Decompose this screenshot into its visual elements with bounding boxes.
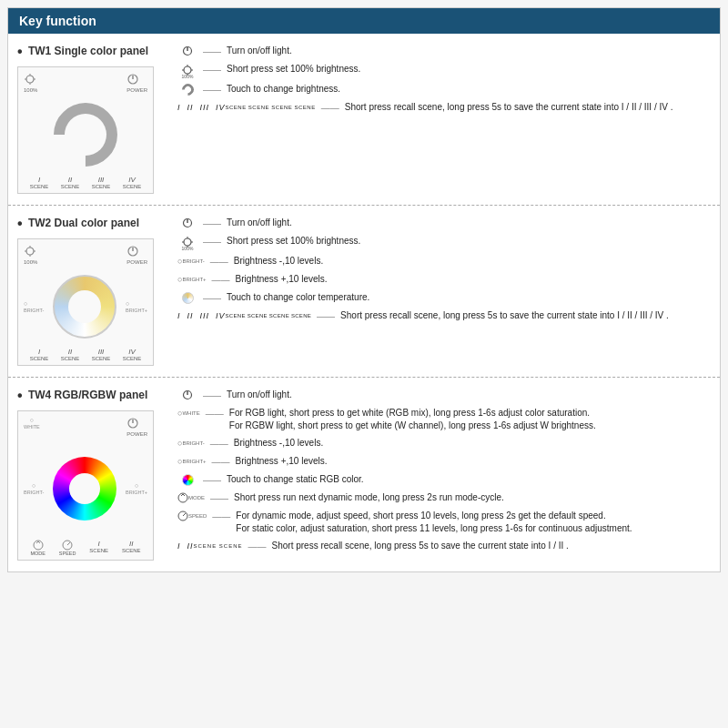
tw4-func5-icon <box>177 474 197 486</box>
tw2-title: • TW2 Dual color panel <box>17 217 163 231</box>
svg-point-9 <box>184 66 191 74</box>
tw2-panel: 100% POWER ○BRIGHT- ○BRIGHT+ <box>17 238 154 366</box>
tw2-scene-iii: IIISCENE <box>92 348 111 361</box>
tw4-scenes: MODE SPEED ISCENE IISCENE <box>24 540 147 556</box>
tw1-func3-icon <box>177 84 197 96</box>
tw4-panel: ○WHITE POWER ○BRIGHT- ○BRIGHT+ <box>17 410 154 561</box>
tw1-knob <box>41 89 131 179</box>
tw2-knob-inner <box>53 275 116 339</box>
tw1-func1-icon <box>177 46 197 56</box>
svg-text:100%: 100% <box>182 246 194 250</box>
tw1-brightness-icon: 100% <box>24 73 37 93</box>
tw2-func-6: I II III IVSCENE SCENE SCENE SCENE —— Sh… <box>177 309 711 323</box>
tw4-func7-dash: —— <box>212 511 230 523</box>
tw1-scenes: ISCENE IISCENE IIISCENE IVSCENE <box>24 176 147 189</box>
tw4-func1-dash: —— <box>203 389 221 402</box>
tw1-func4-text: Short press recall scene, long press 5s … <box>345 101 711 114</box>
tw2-func3-text: Brightness -,10 levels. <box>234 255 711 268</box>
section-tw4: • TW4 RGB/RGBW panel ○WHITE POWER ○BRIGH… <box>8 378 720 571</box>
svg-line-34 <box>67 542 70 545</box>
tw4-bullet: • <box>17 388 23 403</box>
tw2-func-2: 100% —— Short press set 100% brightness. <box>177 235 711 250</box>
tw4-scene-i: ISCENE <box>89 540 108 556</box>
tw1-scene-iv: IVSCENE <box>123 176 142 189</box>
tw4-func5-dash: —— <box>203 474 221 487</box>
tw2-functions: —— Turn on/off light. 100% —— Short pres… <box>177 217 711 323</box>
tw2-bright-minus: ○BRIGHT- <box>24 300 44 313</box>
tw4-panel-mid: ○BRIGHT- ○BRIGHT+ <box>24 457 147 521</box>
tw4-functions: —— Turn on/off light. ○WHITE —— For RGB … <box>177 389 711 553</box>
tw2-func-1: —— Turn on/off light. <box>177 217 711 230</box>
tw1-func2-dash: —— <box>203 64 221 76</box>
tw2-func5-text: Touch to change color temperature. <box>227 291 711 304</box>
tw1-func2-text: Short press set 100% brightness. <box>227 63 711 76</box>
tw4-func1-text: Turn on/off light. <box>227 389 711 401</box>
tw1-scene-i: ISCENE <box>30 176 49 189</box>
tw4-panel-top: ○WHITE POWER <box>24 417 147 437</box>
page-header: Key function <box>8 8 720 34</box>
tw4-func4-dash: —— <box>212 456 230 469</box>
tw1-power-icon: POWER <box>126 73 147 93</box>
tw1-panel-top: 100% POWER <box>24 73 147 93</box>
main-container: Key function • TW1 Single color panel 10… <box>7 7 721 572</box>
tw4-func6-dash: —— <box>210 492 228 505</box>
tw4-func7-text: For dynamic mode, adjust speed, short pr… <box>236 510 711 535</box>
tw4-func7-icon: SPEED <box>177 511 207 522</box>
tw4-func1-icon <box>177 389 197 400</box>
svg-text:100%: 100% <box>182 74 194 78</box>
tw2-func4-text: Brightness +,10 levels. <box>236 273 711 286</box>
tw2-panel-top: 100% POWER <box>24 245 147 265</box>
tw2-panel-mid: ○BRIGHT- ○BRIGHT+ <box>24 275 147 339</box>
svg-line-39 <box>183 513 186 516</box>
header-title: Key function <box>19 14 96 28</box>
tw4-func8-text: Short press recall scene, long press 5s … <box>272 540 711 552</box>
tw2-scene-iv: IVSCENE <box>123 348 142 361</box>
tw2-knob <box>53 275 116 339</box>
tw2-func6-text: Short press recall scene, long press 5s … <box>340 309 711 322</box>
tw1-title: • TW1 Single color panel <box>17 45 163 59</box>
tw2-func2-dash: —— <box>203 236 221 248</box>
tw4-func8-dash: —— <box>248 541 267 553</box>
tw4-func-8: I IISCENE SCENE —— Short press recall sc… <box>177 540 711 553</box>
tw4-mode-icon: MODE <box>30 540 46 556</box>
tw2-brightness-icon: 100% <box>24 245 37 265</box>
tw1-scene-iii: IIISCENE <box>92 176 111 189</box>
tw1-func-1: —— Turn on/off light. <box>177 45 711 58</box>
tw2-func5-dash: —— <box>203 292 221 305</box>
tw1-func4-icon: I II III IVSCENE SCENE SCENE SCENE <box>177 102 316 114</box>
tw4-left: • TW4 RGB/RGBW panel ○WHITE POWER ○BRIGH… <box>17 389 163 561</box>
tw2-func1-dash: —— <box>203 217 221 230</box>
tw4-knob-hole <box>69 473 100 504</box>
tw4-func3-text: Brightness -,10 levels. <box>234 437 711 450</box>
tw2-bullet: • <box>17 216 23 231</box>
tw2-func-3: ○BRIGHT- —— Brightness -,10 levels. <box>177 255 711 268</box>
tw1-func1-dash: —— <box>203 46 221 58</box>
svg-point-0 <box>26 76 34 83</box>
tw4-func-2: ○WHITE —— For RGB light, short press to … <box>177 407 711 432</box>
tw4-knob-inner <box>53 457 116 521</box>
tw2-func6-dash: —— <box>317 310 335 323</box>
tw4-func4-text: Brightness +,10 levels. <box>236 455 711 468</box>
tw4-func-7: SPEED —— For dynamic mode, adjust speed,… <box>177 510 711 535</box>
tw2-func1-icon <box>177 217 197 228</box>
tw1-func2-icon: 100% <box>177 64 197 78</box>
tw4-func3-dash: —— <box>210 438 228 450</box>
tw4-bright-plus: ○BRIGHT+ <box>126 482 147 495</box>
tw2-func-5: —— Touch to change color temperature. <box>177 291 711 305</box>
tw2-func6-icon: I II III IVSCENE SCENE SCENE SCENE <box>177 310 311 322</box>
tw4-func2-text: For RGB light, short press to get white … <box>229 407 711 432</box>
tw4-scene-ii: IISCENE <box>122 540 141 556</box>
tw4-bright-minus: ○BRIGHT- <box>24 482 44 495</box>
tw4-power-icon: POWER <box>126 417 147 437</box>
tw2-scene-i: ISCENE <box>30 348 49 361</box>
section-tw1: • TW1 Single color panel 100% POWER I <box>8 34 720 206</box>
tw1-panel: 100% POWER ISCENE IISCENE IIISCENE IVSCE… <box>17 66 154 194</box>
tw4-func6-text: Short press run next dynamic mode, long … <box>234 491 711 504</box>
tw2-func-4: ○BRIGHT+ —— Brightness +,10 levels. <box>177 273 711 287</box>
svg-point-15 <box>26 248 34 255</box>
tw2-func4-dash: —— <box>212 274 230 287</box>
tw1-func-2: 100% —— Short press set 100% brightness. <box>177 63 711 78</box>
tw1-func3-dash: —— <box>203 84 221 96</box>
tw4-speed-icon: SPEED <box>59 540 76 556</box>
tw4-func6-icon: MODE <box>177 492 205 504</box>
